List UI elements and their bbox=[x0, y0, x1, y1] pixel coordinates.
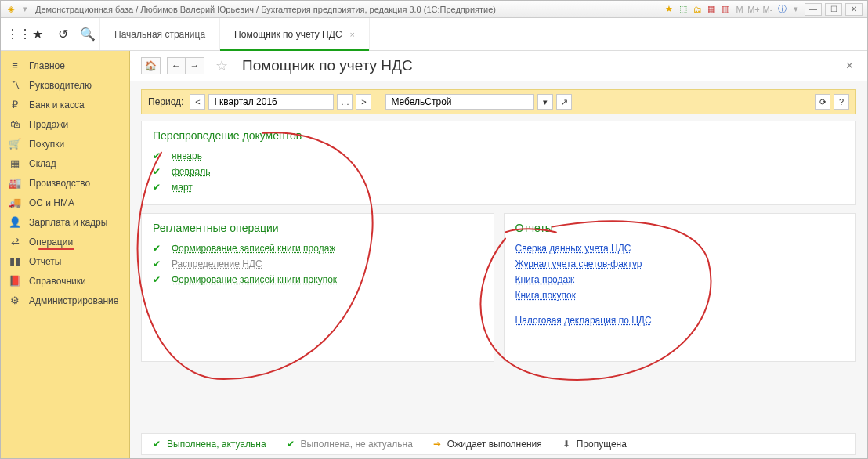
info-icon[interactable]: ⓘ bbox=[776, 4, 787, 15]
tab-home[interactable]: Начальная страница bbox=[100, 18, 220, 50]
panel-repost: Перепроведение документов ✔ январь ✔ фев… bbox=[141, 121, 856, 205]
help-button[interactable]: ? bbox=[834, 94, 849, 110]
truck-icon: 🚚 bbox=[9, 197, 21, 208]
report-link-sales-book[interactable]: Книга продаж bbox=[515, 272, 575, 287]
home-button[interactable]: 🏠 bbox=[141, 57, 161, 74]
report-link-vat-declaration[interactable]: Налоговая декларация по НДС bbox=[515, 313, 652, 328]
month-link-jan[interactable]: январь bbox=[172, 150, 202, 161]
month-row-mar: ✔ март bbox=[153, 179, 844, 195]
period-bar: Период: < … > ▾ ↗ ⟳ ? bbox=[141, 89, 856, 114]
sidebar-label: Покупки bbox=[29, 139, 64, 150]
check-icon: ✔ bbox=[151, 439, 162, 450]
legend-done-stale: ✔Выполнена, не актуальна bbox=[285, 439, 413, 450]
mminus-icon[interactable]: M- bbox=[762, 4, 773, 15]
panel-reglament-title: Регламентные операции bbox=[153, 222, 483, 234]
check-icon: ✔ bbox=[153, 182, 164, 193]
period-picker-button[interactable]: … bbox=[337, 94, 353, 110]
month-row-feb: ✔ февраль bbox=[153, 164, 844, 179]
period-next-button[interactable]: > bbox=[356, 94, 371, 110]
options-icon[interactable]: ▾ bbox=[790, 4, 801, 15]
op-row-sales-book: ✔ Формирование записей книги продаж bbox=[153, 240, 483, 256]
legend-label: Пропущена bbox=[577, 439, 627, 450]
sidebar-item-manager[interactable]: 〽Руководителю bbox=[1, 75, 129, 95]
calc-icon[interactable]: ▥ bbox=[720, 4, 731, 15]
sidebar-item-sales[interactable]: 🛍Продажи bbox=[1, 114, 129, 134]
org-open-button[interactable]: ↗ bbox=[556, 94, 572, 110]
m-icon[interactable]: M bbox=[734, 4, 745, 15]
sidebar-item-directories[interactable]: 📕Справочники bbox=[1, 271, 129, 291]
panel-repost-title: Перепроведение документов bbox=[153, 129, 844, 142]
org-input[interactable] bbox=[385, 94, 534, 110]
sidebar-item-purchases[interactable]: 🛒Покупки bbox=[1, 134, 129, 154]
favorite-toggle[interactable]: ☆ bbox=[215, 57, 228, 74]
org-dropdown-button[interactable]: ▾ bbox=[537, 94, 553, 110]
sidebar-item-warehouse[interactable]: ▦Склад bbox=[1, 154, 129, 173]
main-area: 🏠 ← → ☆ Помощник по учету НДС × Период: … bbox=[130, 51, 867, 459]
tab-close-icon[interactable]: × bbox=[350, 30, 355, 39]
report-link-invoice-journal[interactable]: Журнал учета счетов-фактур bbox=[515, 256, 642, 272]
forward-button[interactable]: → bbox=[186, 57, 204, 74]
factory-icon: 🏭 bbox=[9, 177, 21, 189]
report-link-reconcile[interactable]: Сверка данных учета НДС bbox=[515, 240, 631, 256]
check-icon: ✔ bbox=[153, 258, 164, 269]
sidebar-item-bank[interactable]: ₽Банк и касса bbox=[1, 95, 129, 114]
op-link-vat-dist[interactable]: Распределение НДС bbox=[172, 258, 262, 269]
sidebar-item-salary[interactable]: 👤Зарплата и кадры bbox=[1, 212, 129, 232]
month-link-mar[interactable]: март bbox=[172, 182, 193, 193]
period-prev-button[interactable]: < bbox=[190, 94, 205, 110]
sidebar-label: Администрирование bbox=[29, 295, 118, 306]
panel-reports-title: Отчеты bbox=[515, 222, 845, 234]
sidebar-item-admin[interactable]: ⚙Администрирование bbox=[1, 291, 129, 310]
fav-icon[interactable]: ★ bbox=[664, 4, 675, 15]
sidebar-label: Справочники bbox=[29, 276, 86, 287]
grid-icon[interactable]: ▦ bbox=[706, 4, 717, 15]
legend-waiting: ➔Ожидает выполнения bbox=[432, 439, 542, 450]
refresh-button[interactable]: ⟳ bbox=[815, 94, 830, 110]
tab-vat-assistant[interactable]: Помощник по учету НДС × bbox=[220, 18, 370, 50]
legend-done-actual: ✔Выполнена, актуальна bbox=[151, 439, 266, 450]
legend-skipped: ⬇Пропущена bbox=[561, 439, 627, 450]
folder-icon[interactable]: 🗂 bbox=[692, 4, 703, 15]
back-button[interactable]: ← bbox=[167, 57, 186, 74]
period-input[interactable] bbox=[208, 94, 334, 110]
book-icon: 📕 bbox=[9, 275, 21, 287]
check-icon: ✔ bbox=[153, 150, 164, 161]
history-icon[interactable]: ↺ bbox=[56, 27, 70, 42]
star-icon[interactable]: ★ bbox=[31, 27, 45, 42]
mplus-icon[interactable]: M+ bbox=[748, 4, 759, 15]
apps-icon[interactable]: ⋮⋮⋮ bbox=[5, 27, 20, 42]
sidebar-item-production[interactable]: 🏭Производство bbox=[1, 173, 129, 193]
window-titlebar: ◈ ▾ Демонстрационная база / Любимов Вале… bbox=[1, 1, 867, 18]
month-link-feb[interactable]: февраль bbox=[172, 166, 211, 177]
sidebar-label: Производство bbox=[29, 178, 90, 189]
sidebar-label: ОС и НМА bbox=[29, 197, 74, 208]
sidebar-label: Зарплата и кадры bbox=[29, 217, 107, 228]
page-close-button[interactable]: × bbox=[843, 59, 856, 73]
sidebar-label: Главное bbox=[29, 60, 65, 71]
period-label: Период: bbox=[148, 96, 183, 107]
sidebar-item-main[interactable]: ≡Главное bbox=[1, 56, 129, 75]
sidebar-item-assets[interactable]: 🚚ОС и НМА bbox=[1, 193, 129, 212]
dropdown-icon[interactable]: ▾ bbox=[20, 4, 31, 15]
person-icon: 👤 bbox=[9, 216, 21, 228]
op-link-purchase-book[interactable]: Формирование записей книги покупок bbox=[172, 274, 337, 285]
search-icon[interactable]: 🔍 bbox=[81, 27, 95, 42]
sidebar-item-reports[interactable]: ▮▮Отчеты bbox=[1, 251, 129, 271]
menu-icon: ≡ bbox=[9, 60, 21, 71]
legend: ✔Выполнена, актуальна ✔Выполнена, не акт… bbox=[141, 433, 856, 455]
maximize-button[interactable]: ☐ bbox=[825, 3, 842, 16]
arrow-right-icon: ➔ bbox=[432, 439, 443, 450]
page-title: Помощник по учету НДС bbox=[242, 57, 413, 74]
ops-icon: ⇄ bbox=[9, 236, 21, 248]
op-link-sales-book[interactable]: Формирование записей книги продаж bbox=[172, 243, 335, 254]
sidebar-item-operations[interactable]: ⇄Операции bbox=[1, 232, 129, 251]
app-icon: ◈ bbox=[5, 4, 16, 15]
nav-icon[interactable]: ⬚ bbox=[678, 4, 689, 15]
sidebar-label: Операции bbox=[29, 237, 73, 248]
close-button[interactable]: ✕ bbox=[845, 3, 863, 16]
window-title: Демонстрационная база / Любимов Валерий … bbox=[35, 5, 659, 14]
report-link-purchase-book[interactable]: Книга покупок bbox=[515, 287, 576, 303]
main-toolbar: ⋮⋮⋮ ★ ↺ 🔍 Начальная страница Помощник по… bbox=[1, 18, 867, 51]
check-icon: ✔ bbox=[285, 439, 296, 450]
minimize-button[interactable]: — bbox=[805, 3, 822, 16]
